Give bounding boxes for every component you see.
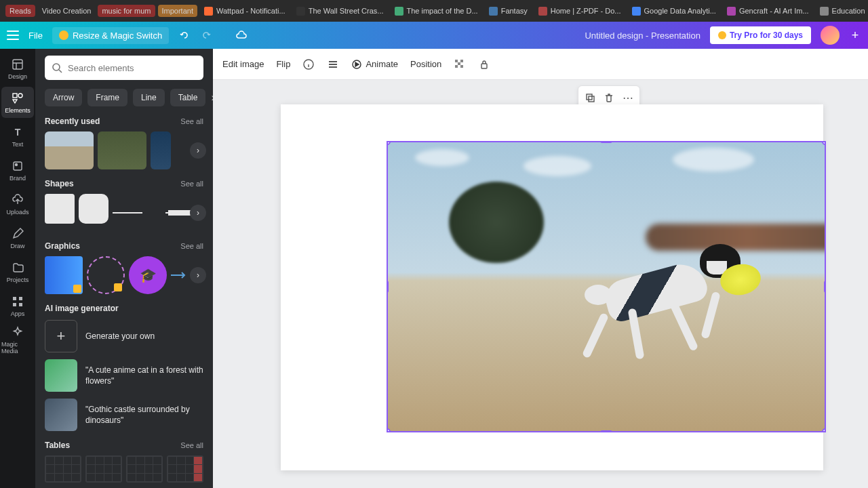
animate-button[interactable]: Animate <box>351 59 398 70</box>
menu-button[interactable] <box>7 30 19 40</box>
bookmark-gencraft[interactable]: Gencraft - AI Art Im... <box>723 5 813 18</box>
transparency-icon[interactable] <box>454 58 466 70</box>
edit-image-button[interactable]: Edit image <box>222 59 264 69</box>
svg-point-2 <box>18 94 22 98</box>
favicon <box>395 7 403 16</box>
bookmark-impact[interactable]: The impact of the D... <box>391 5 482 18</box>
lock-icon[interactable] <box>478 58 490 70</box>
pill-line[interactable]: Line <box>133 89 165 106</box>
svg-rect-1 <box>13 94 17 98</box>
document-title[interactable]: Untitled design - Presentation <box>585 30 701 41</box>
rail-draw[interactable]: Draw <box>1 222 34 253</box>
pill-frame[interactable]: Frame <box>87 89 127 106</box>
section-tables: Tables See all <box>45 441 203 483</box>
favicon <box>820 7 829 16</box>
ai-suggest-2[interactable]: "Gothic castle surrounded by dinosaurs" <box>45 399 203 431</box>
canvas-viewport[interactable]: ⋯ <box>213 80 868 488</box>
shape-line[interactable] <box>113 194 161 232</box>
svg-rect-4 <box>14 162 22 170</box>
shape-square[interactable] <box>45 194 75 224</box>
svg-rect-16 <box>455 60 458 62</box>
graphic-1[interactable] <box>45 256 83 294</box>
ai-suggest-1[interactable]: "A cute anime cat in a forest with flowe… <box>45 359 203 392</box>
see-all-tables[interactable]: See all <box>180 441 203 449</box>
graphic-4[interactable] <box>171 256 189 294</box>
rail-text[interactable]: TText <box>1 121 34 152</box>
ai-generate-own[interactable]: + Generate your own <box>45 320 203 352</box>
table-thumb-3[interactable] <box>126 455 163 483</box>
rail-brand[interactable]: Brand <box>1 155 34 186</box>
list-icon[interactable] <box>327 58 339 70</box>
brand-icon <box>11 159 24 173</box>
pro-badge-icon <box>73 285 81 293</box>
ai-thumb-icon <box>45 359 77 392</box>
section-ai: AI image generator + Generate your own "… <box>45 304 203 431</box>
flip-button[interactable]: Flip <box>276 59 290 69</box>
section-graphics: Graphics See all 🎓 › <box>45 241 203 294</box>
table-thumb-1[interactable] <box>45 455 81 483</box>
cloud-sync-icon[interactable] <box>235 29 248 41</box>
bookmark-music[interactable]: music for mum <box>98 5 155 17</box>
table-thumb-2[interactable] <box>85 455 122 483</box>
resize-handle-right[interactable] <box>824 281 826 293</box>
rail-elements[interactable]: Elements <box>1 87 34 118</box>
bookmark-google-data[interactable]: Google Data Analyti... <box>628 5 720 18</box>
resize-magic-switch-button[interactable]: Resize & Magic Switch <box>52 27 169 44</box>
bookmarks-bar: Reads Video Creation music for mum Impor… <box>0 0 868 22</box>
rail-uploads[interactable]: Uploads <box>1 188 34 220</box>
svg-rect-20 <box>460 65 463 68</box>
svg-rect-18 <box>458 62 460 65</box>
rail-magic-media[interactable]: Magic Media <box>1 324 34 355</box>
rail-projects[interactable]: Projects <box>1 256 34 287</box>
bookmark-education[interactable]: Education <box>816 5 868 18</box>
graphic-2[interactable] <box>87 256 125 294</box>
selected-image[interactable]: ⟳ <box>387 141 826 432</box>
search-elements-box[interactable] <box>45 56 203 80</box>
rail-apps[interactable]: Apps <box>1 290 34 321</box>
animate-icon <box>351 59 362 70</box>
see-all-graphics[interactable]: See all <box>180 242 203 250</box>
search-input[interactable] <box>68 63 197 73</box>
favicon <box>538 7 547 16</box>
bookmark-reads[interactable]: Reads <box>5 5 35 17</box>
pill-table[interactable]: Table <box>170 89 206 106</box>
svg-rect-17 <box>460 60 463 62</box>
graphics-next[interactable]: › <box>190 267 206 283</box>
bookmark-wattpad[interactable]: Wattpad - Notificati... <box>200 5 290 18</box>
redo-button[interactable] <box>200 29 212 41</box>
bookmark-zpdf[interactable]: Home | Z-PDF - Do... <box>534 5 625 18</box>
recent-next[interactable]: › <box>190 142 206 159</box>
crown-icon <box>718 31 726 39</box>
undo-button[interactable] <box>178 29 191 41</box>
shape-rounded[interactable] <box>79 194 108 224</box>
pill-arrow[interactable]: Arrow <box>45 89 82 106</box>
tool-rail: Design Elements TText Brand Uploads Draw… <box>0 49 35 488</box>
bookmark-fantasy[interactable]: Fantasy <box>485 5 532 18</box>
svg-point-5 <box>16 163 18 165</box>
shapes-next[interactable]: › <box>190 205 206 221</box>
file-menu[interactable]: File <box>28 30 43 41</box>
rail-design[interactable]: Design <box>1 53 34 84</box>
user-avatar[interactable] <box>821 26 840 45</box>
elements-icon <box>11 92 24 105</box>
see-all-recent[interactable]: See all <box>180 117 203 125</box>
resize-handle-br[interactable] <box>822 428 826 432</box>
bookmark-important[interactable]: Important <box>158 5 197 17</box>
table-thumb-4[interactable] <box>167 455 203 483</box>
recent-thumb-3[interactable] <box>151 131 171 169</box>
info-icon[interactable] <box>302 58 315 70</box>
add-button[interactable]: + <box>849 29 861 41</box>
recent-thumb-2[interactable] <box>98 131 146 169</box>
try-pro-button[interactable]: Try Pro for 30 days <box>710 26 811 44</box>
bookmark-wsj[interactable]: The Wall Street Cras... <box>292 5 388 18</box>
see-all-shapes[interactable]: See all <box>180 180 203 188</box>
recent-thumb-1[interactable] <box>45 131 94 169</box>
resize-handle-left[interactable] <box>387 281 389 293</box>
text-icon: T <box>11 125 24 139</box>
graphic-3[interactable]: 🎓 <box>129 256 167 294</box>
bookmark-video-creation[interactable]: Video Creation <box>38 5 96 17</box>
apps-icon <box>11 295 24 308</box>
resize-handle-bottom[interactable] <box>600 430 612 432</box>
position-button[interactable]: Position <box>410 59 441 69</box>
resize-handle-top[interactable] <box>600 141 612 143</box>
